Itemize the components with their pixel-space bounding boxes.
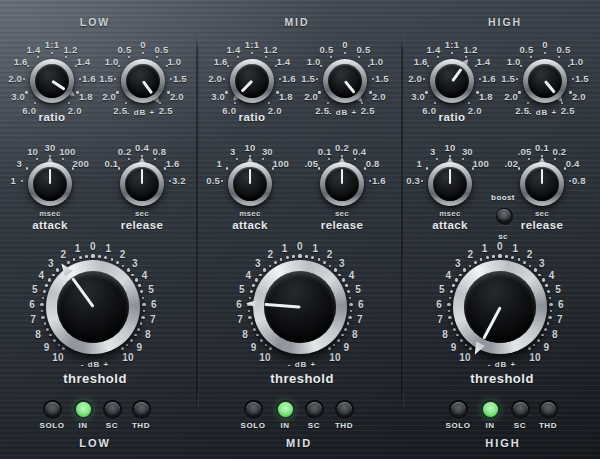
high-boost-sc-button[interactable] [496,208,513,225]
knob-tick-label: 2.0 [408,73,422,84]
led-dome [541,402,556,417]
high-gain-knob[interactable] [523,59,567,103]
release-label: release [321,219,363,231]
tick-dot [262,158,264,160]
knob-tick-label: 30 [462,146,473,157]
mid-attack-knob[interactable] [228,162,272,206]
knob-tick-label: 1.4 [427,43,441,54]
led-dome [483,402,498,417]
knob-tick-label: 6.0 [222,105,236,116]
knob-tick-label: 0 [140,39,145,50]
high-in-button[interactable] [481,400,500,419]
low-gain-knob[interactable] [121,59,165,103]
tick-dot [42,297,44,299]
knob-pointer [249,169,252,184]
knob-pointer [49,169,52,184]
led-dome [451,402,466,417]
button-label: IN [280,421,289,430]
knob-tick-label: 6.0 [422,105,436,116]
tick-dot [547,322,549,324]
knob-tick-label: 2.0 [572,91,586,102]
tick-dot [140,322,142,324]
knob-tick-label: 2.5 [515,105,529,116]
high-attack-knob[interactable] [428,162,472,206]
led-dome [246,402,261,417]
threshold-tick-label: 0 [297,241,303,252]
button-label: SC [308,421,320,430]
low-thd-button[interactable] [132,400,151,419]
button-label: SOLO [39,421,64,430]
high-ratio-knob[interactable] [430,59,474,103]
high-release-knob[interactable] [520,162,564,206]
low-solo-button[interactable] [43,400,62,419]
knob-tick-label: 0.4 [135,142,149,153]
tick-dot [572,78,574,80]
db-scale-label: - dB + [329,108,357,117]
attack-label: attack [232,219,268,231]
knob-tick-label: 100 [272,158,288,169]
knob-pointer-arrow-shape [246,298,260,309]
mid-solo-button[interactable] [244,400,263,419]
threshold-tick-label: 5 [439,283,445,294]
knob-tick-label: 0.5 [320,43,334,54]
knob-tick-label: 1.0 [569,56,583,67]
knob-tick-label: 2.5 [561,105,575,116]
tick-dot [41,310,43,312]
tick-dot [318,91,320,93]
button-label: THD [539,421,557,430]
low-threshold-knob[interactable] [46,260,140,354]
low-ratio-knob[interactable] [30,59,74,103]
high-thd-button[interactable] [539,400,558,419]
tick-dot [104,256,107,259]
knob-tick-label: 2.0 [208,73,222,84]
tick-dot [498,254,501,257]
knob-tick-label: 1.0 [105,56,119,67]
threshold-tick-label: 1 [105,242,111,253]
threshold-tick-label: 8 [442,328,448,339]
tick-dot [518,91,520,93]
mid-thd-button[interactable] [335,400,354,419]
knob-tick-label: 1.4 [27,43,41,54]
tick-dot [221,180,223,182]
knob-tick-label: 2.0 [68,105,82,116]
mid-release-knob[interactable] [320,162,364,206]
knob-tick-label: 1.5 [375,73,389,84]
threshold-tick-label: 0 [90,241,96,252]
knob-tick-label: 0.5 [155,43,169,54]
button-label: SOLO [240,421,265,430]
led-dome [307,402,322,417]
tick-dot [116,91,118,93]
tick-dot [448,310,450,312]
button-label: IN [78,421,87,430]
low-release-knob[interactable] [120,162,164,206]
knob-tick-label: 1.6 [482,73,496,84]
tick-dot [286,256,289,259]
tick-dot [350,310,352,312]
threshold-tick-label: 8 [145,328,151,339]
multiband-compressor-panel: LOW6.03.02.01.61.41:11.21.41.61.82.02.52… [0,0,600,459]
knob-tick-label: 1.6 [82,73,96,84]
knob-tick-label: 1 [417,158,422,169]
mid-in-button[interactable] [276,400,295,419]
mid-gain-knob[interactable] [323,59,367,103]
threshold-tick-label: 2 [527,248,533,259]
mid-sc-button[interactable] [305,400,324,419]
band-title: HIGH [488,16,522,28]
high-solo-button[interactable] [449,400,468,419]
knob-tick-label: 100 [472,158,488,169]
tick-dot [298,254,301,257]
low-attack-knob[interactable] [28,162,72,206]
tick-dot [358,56,360,58]
tick-dot [311,256,314,259]
low-in-button[interactable] [74,400,93,419]
knob-tick-label: 10 [445,142,456,153]
mid-ratio-knob[interactable] [230,59,274,103]
tick-dot [40,303,43,306]
tick-dot [305,255,307,257]
led-dome [45,402,60,417]
band-divider [401,36,404,406]
high-sc-button[interactable] [511,400,530,419]
threshold-tick-label: 5 [148,283,154,294]
low-sc-button[interactable] [103,400,122,419]
tick-dot [436,158,438,160]
